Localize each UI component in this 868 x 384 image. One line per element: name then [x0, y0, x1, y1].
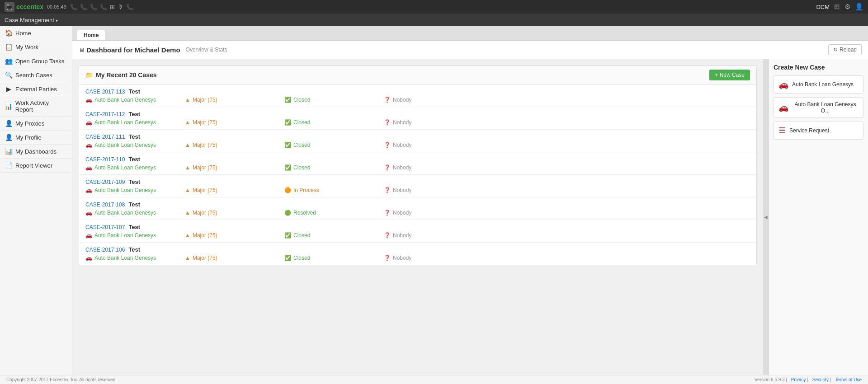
status-icon: ✅	[284, 164, 291, 171]
search-icon: 🔍	[5, 71, 13, 79]
case-type-label: Auto Bank Loan Genesys	[94, 97, 156, 103]
phone-icon-3[interactable]: 📞	[90, 4, 97, 10]
assignee-label: Nobody	[393, 255, 411, 261]
case-type-btn-auto-bank-loan-genesys[interactable]: 🚗Auto Bank Loan Genesys	[774, 75, 863, 94]
priority-label: Major (75)	[193, 187, 217, 193]
assignee-icon: ❓	[384, 255, 391, 261]
case-type-btn-label: Service Request	[789, 127, 829, 134]
assignee-icon: ❓	[384, 142, 391, 148]
phone-icon-5[interactable]: 📞	[126, 4, 133, 10]
footer-link-security[interactable]: Security	[812, 377, 829, 382]
case-status: 🟠 In Process	[284, 187, 384, 193]
svg-point-4	[11, 9, 12, 10]
dashboard-title: Dashboard for Michael Demo	[86, 46, 180, 54]
apps-icon[interactable]: ⊞	[834, 3, 840, 11]
footer-link-terms[interactable]: Terms of Use	[835, 377, 862, 382]
case-id[interactable]: CASE-2017-107	[85, 224, 125, 230]
assignee-icon: ❓	[384, 210, 391, 216]
case-status: ✅ Closed	[284, 97, 384, 103]
cases-section: 📁 My Recent 20 Cases + New Case CASE-201…	[79, 66, 757, 265]
case-type-btn-auto-bank-loan-genesys-o[interactable]: 🚗Auto Bank Loan Genesys O...	[774, 97, 863, 118]
service-icon: ☰	[778, 126, 786, 136]
case-type-label: Auto Bank Loan Genesys	[94, 187, 156, 193]
tab-home[interactable]: Home	[77, 30, 105, 40]
right-panel-title: Create New Case	[774, 64, 863, 71]
new-case-button[interactable]: + New Case	[709, 70, 750, 80]
sidebar-item-my-proxies[interactable]: 👤 My Proxies	[0, 117, 72, 131]
car-icon: 🚗	[85, 119, 92, 126]
dashboard-subtitle: Overview & Stats	[186, 47, 227, 53]
sidebar-item-home[interactable]: 🏠 Home	[0, 26, 72, 40]
case-id[interactable]: CASE-2017-113	[85, 89, 125, 95]
car-blue-icon: 🚗	[778, 103, 788, 112]
sidebar-item-my-profile[interactable]: 👤 My Profile	[0, 131, 72, 145]
case-id[interactable]: CASE-2017-109	[85, 179, 125, 185]
case-mgmt-label[interactable]: Case Management	[5, 17, 58, 23]
sidebar-collapse-button[interactable]: ◀	[763, 59, 769, 375]
priority-label: Major (75)	[193, 255, 217, 261]
sidebar-item-my-work[interactable]: 📋 My Work	[0, 40, 72, 54]
car-icon: 🚗	[85, 187, 92, 193]
case-type-btn-label: Auto Bank Loan Genesys	[792, 81, 854, 88]
table-row: CASE-2017-109 Test 🚗 Auto Bank Loan Gene…	[79, 175, 756, 197]
car-icon: 🚗	[85, 255, 92, 261]
case-id[interactable]: CASE-2017-108	[85, 201, 125, 208]
footer-link-privacy[interactable]: Privacy	[791, 377, 806, 382]
case-type-label: Auto Bank Loan Genesys	[94, 142, 156, 148]
cases-section-header: 📁 My Recent 20 Cases + New Case	[79, 66, 756, 84]
sidebar-item-label-open-group-tasks: Open Group Tasks	[15, 58, 64, 65]
case-type-label: Auto Bank Loan Genesys	[94, 255, 156, 261]
top-bar-icons: 📞 📞 📞 📞 ⊞ 🎙 📞	[70, 4, 133, 10]
status-icon: ✅	[284, 97, 291, 103]
case-id[interactable]: CASE-2017-112	[85, 111, 125, 117]
user-avatar[interactable]: 👤	[855, 3, 863, 11]
priority-icon: ▲	[185, 142, 190, 148]
case-mgmt-bar: Case Management	[0, 14, 868, 26]
priority-label: Major (75)	[193, 142, 217, 148]
sidebar-item-label-report-viewer: Report Viewer	[15, 162, 52, 169]
svg-rect-2	[7, 6, 12, 9]
sidebar-item-my-dashboards[interactable]: 📊 My Dashboards	[0, 145, 72, 159]
top-bar-left: eccentex 00:05:49 📞 📞 📞 📞 ⊞ 🎙 📞	[5, 2, 133, 12]
priority-icon: ▲	[185, 187, 190, 193]
car-icon: 🚗	[85, 210, 92, 216]
priority-icon: ▲	[185, 210, 190, 216]
sidebar-item-label-my-proxies: My Proxies	[15, 120, 44, 127]
dashboard-header: 🖥 Dashboard for Michael Demo Overview & …	[72, 41, 868, 59]
cases-panel: 📁 My Recent 20 Cases + New Case CASE-201…	[72, 59, 763, 375]
case-assignee: ❓ Nobody	[384, 187, 474, 193]
case-id[interactable]: CASE-2017-111	[85, 134, 125, 140]
case-status: ✅ Closed	[284, 255, 384, 261]
case-id[interactable]: CASE-2017-110	[85, 156, 125, 163]
footer-links: Version 6.5.9.3 | Privacy | Security | T…	[755, 377, 862, 382]
case-type-btn-service-request[interactable]: ☰Service Request	[774, 122, 863, 140]
priority-label: Major (75)	[193, 232, 217, 239]
grid-icon[interactable]: ⊞	[110, 4, 115, 10]
sidebar-item-external-parties[interactable]: ▶ External Parties	[0, 82, 72, 96]
work-icon: 📋	[5, 43, 13, 51]
sidebar-item-open-group-tasks[interactable]: 👥 Open Group Tasks	[0, 54, 72, 68]
assignee-label: Nobody	[393, 119, 411, 126]
sidebar-item-report-viewer[interactable]: 📄 Report Viewer	[0, 159, 72, 173]
assignee-icon: ❓	[384, 187, 391, 193]
reload-icon: ↻	[833, 47, 838, 53]
phone-icon-4[interactable]: 📞	[100, 4, 107, 10]
case-type-btn-label: Auto Bank Loan Genesys O...	[792, 101, 859, 114]
phone-icon-1[interactable]: 📞	[70, 4, 77, 10]
assignee-label: Nobody	[393, 164, 411, 171]
status-icon: ✅	[284, 119, 291, 126]
mic-icon[interactable]: 🎙	[118, 4, 123, 10]
page-footer: Copyright 2007-2017 Eccentex, Inc. All r…	[0, 375, 868, 384]
case-id[interactable]: CASE-2017-106	[85, 247, 125, 253]
sidebar-item-label-my-work: My Work	[15, 44, 38, 51]
phone-icon-2[interactable]: 📞	[80, 4, 87, 10]
reload-button[interactable]: ↻ Reload	[828, 44, 862, 55]
table-row: CASE-2017-106 Test 🚗 Auto Bank Loan Gene…	[79, 243, 756, 265]
case-priority: ▲ Major (75)	[185, 210, 284, 216]
status-label: Closed	[293, 119, 310, 126]
settings-icon[interactable]: ⚙	[844, 3, 850, 11]
timer: 00:05:49	[47, 4, 66, 9]
report-viewer-icon: 📄	[5, 162, 13, 169]
sidebar-item-work-activity-report[interactable]: 📊 Work Activity Report	[0, 96, 72, 117]
sidebar-item-search-cases[interactable]: 🔍 Search Cases	[0, 68, 72, 82]
